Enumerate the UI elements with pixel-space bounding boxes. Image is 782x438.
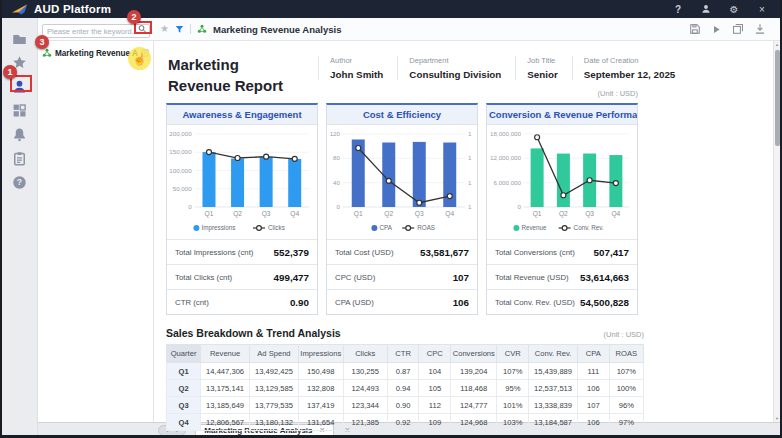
table-cell: 124,493 xyxy=(343,380,387,397)
table-cell: 0.94 xyxy=(387,380,419,397)
svg-text:120: 120 xyxy=(330,130,341,137)
run-play-icon[interactable] xyxy=(711,24,722,35)
table-cell: 123,344 xyxy=(343,397,387,414)
stat-row: CTR (cnt)0.90 xyxy=(167,289,317,314)
topbar: AUD Platform ? ⚙ × xyxy=(2,0,780,18)
table-unit-note: (Unit : USD) xyxy=(604,330,644,339)
table-cell: Q1 xyxy=(167,363,201,380)
svg-text:Conv. Rev.: Conv. Rev. xyxy=(574,224,604,231)
svg-text:150,000: 150,000 xyxy=(169,148,192,155)
save-icon[interactable] xyxy=(689,23,701,35)
table-cell: 12,806,567 xyxy=(201,414,250,431)
stat-value: 54,500,828 xyxy=(580,297,629,308)
svg-text:100,000: 100,000 xyxy=(169,167,192,174)
table-cell: 0.87 xyxy=(387,363,419,380)
cursor-hand-icon: ☝ xyxy=(128,47,151,70)
svg-text:Q3: Q3 xyxy=(585,210,594,218)
table-cell: 124,777 xyxy=(451,397,497,414)
vertical-scrollbar[interactable]: ▲ ▼ xyxy=(773,41,780,422)
table-cell: 13,338,839 xyxy=(529,397,578,414)
table-cell: 104 xyxy=(419,363,451,380)
table-cell: 109 xyxy=(419,414,451,431)
stat-row: CPC (USD)107 xyxy=(327,264,477,289)
divider xyxy=(190,24,191,34)
table-row: Q114,447,30613,492,425150,498130,2550.87… xyxy=(167,363,644,380)
filter-icon[interactable] xyxy=(175,25,184,34)
navigation-tree: Marketing Revenue Analysis xyxy=(38,41,154,422)
stat-row: Total Revenue (USD)53,614,663 xyxy=(487,264,637,289)
svg-text:12,000,000: 12,000,000 xyxy=(490,154,522,161)
duplicate-window-icon[interactable] xyxy=(732,23,744,35)
settings-gear-icon[interactable]: ⚙ xyxy=(728,3,740,15)
chart: 040801201111Q1Q2Q3Q4CPAROAS xyxy=(327,125,477,239)
stat-label: Total Cost (USD) xyxy=(335,248,394,257)
scroll-down-icon[interactable]: ▼ xyxy=(774,416,780,421)
stat-value: 106 xyxy=(453,297,469,308)
panel-3: Conversion & Revenue Performance06,000,0… xyxy=(486,103,638,315)
table-cell: 97% xyxy=(609,414,643,431)
meta-author: AuthorJohn Smith xyxy=(318,56,397,80)
user-icon[interactable] xyxy=(700,3,712,15)
svg-text:Q2: Q2 xyxy=(233,210,242,218)
svg-text:Q4: Q4 xyxy=(611,210,620,218)
table-cell: 137,419 xyxy=(298,397,343,414)
col-header: Impressions xyxy=(298,345,343,363)
table-cell: 13,129,585 xyxy=(250,380,299,397)
stat-value: 0.90 xyxy=(290,297,309,308)
table-cell: Q4 xyxy=(167,414,201,431)
stat-row: Total Cost (USD)53,581,677 xyxy=(327,239,477,264)
chart: 050,000100,000150,000200,000Q1Q2Q3Q4Impr… xyxy=(167,125,317,239)
table-cell: 124,968 xyxy=(451,414,497,431)
table-cell: 105 xyxy=(419,380,451,397)
stat-label: CPC (USD) xyxy=(335,273,375,282)
table-cell: 13,175,141 xyxy=(201,380,250,397)
svg-text:Clicks: Clicks xyxy=(268,224,285,231)
col-header: CVR xyxy=(497,345,529,363)
sidebar-clipboard-icon[interactable] xyxy=(2,146,37,170)
col-header: CPA xyxy=(577,345,609,363)
col-header: CPC xyxy=(419,345,451,363)
svg-text:200,000: 200,000 xyxy=(169,130,192,137)
scroll-up-icon[interactable]: ▲ xyxy=(774,42,780,47)
table-cell: Q2 xyxy=(167,380,201,397)
chart: 06,000,00012,000,00018,000,000Q1Q2Q3Q4Re… xyxy=(487,125,637,239)
table-cell: 12,537,513 xyxy=(529,380,578,397)
report-cluster-icon xyxy=(197,24,207,34)
stat-value: 53,614,663 xyxy=(580,272,629,283)
table-cell: 111 xyxy=(577,363,609,380)
stat-label: Total Revenue (USD) xyxy=(495,273,569,282)
meta-date-of-creation: Date of CreationSeptember 12, 2025 xyxy=(572,56,690,80)
close-icon[interactable]: × xyxy=(756,3,768,15)
svg-text:CPA: CPA xyxy=(379,224,392,231)
stat-label: Total Impressions (cnt) xyxy=(175,248,253,257)
table-cell: 13,184,587 xyxy=(529,414,578,431)
table-cell: 150,498 xyxy=(298,363,343,380)
sidebar-help-icon[interactable]: ? xyxy=(2,170,37,194)
annotation-badge-3: 3 xyxy=(35,35,49,49)
table-cell: 106 xyxy=(577,380,609,397)
svg-text:18,000,000: 18,000,000 xyxy=(490,130,522,137)
stat-label: Total Conversions (cnt) xyxy=(495,248,575,257)
svg-text:1: 1 xyxy=(468,154,472,161)
svg-text:Q1: Q1 xyxy=(205,210,214,218)
table-cell: 118,468 xyxy=(451,380,497,397)
help-icon[interactable]: ? xyxy=(672,3,684,15)
col-header: Conversions xyxy=(451,345,497,363)
scrollbar-thumb[interactable] xyxy=(775,50,780,146)
stat-row: Total Clicks (cnt)499,477 xyxy=(167,264,317,289)
stat-value: 507,417 xyxy=(594,247,629,258)
table-cell: 106 xyxy=(577,414,609,431)
download-icon[interactable] xyxy=(754,23,766,35)
favorite-star-icon[interactable]: ★ xyxy=(160,24,169,34)
sidebar-dashboard-icon[interactable] xyxy=(2,98,37,122)
sidebar-folder-icon[interactable] xyxy=(2,26,37,50)
kpi-panels: Awareness & Engagement050,000100,000150,… xyxy=(166,103,638,315)
report-content: Marketing Revenue Report AuthorJohn Smit… xyxy=(154,41,780,422)
table-cell: Q3 xyxy=(167,397,201,414)
stat-value: 552,379 xyxy=(274,247,309,258)
svg-text:0: 0 xyxy=(518,203,522,210)
svg-text:1: 1 xyxy=(468,203,472,210)
table-cell: 0.90 xyxy=(387,397,419,414)
col-header: CTR xyxy=(387,345,419,363)
sidebar-bell-icon[interactable] xyxy=(2,122,37,146)
